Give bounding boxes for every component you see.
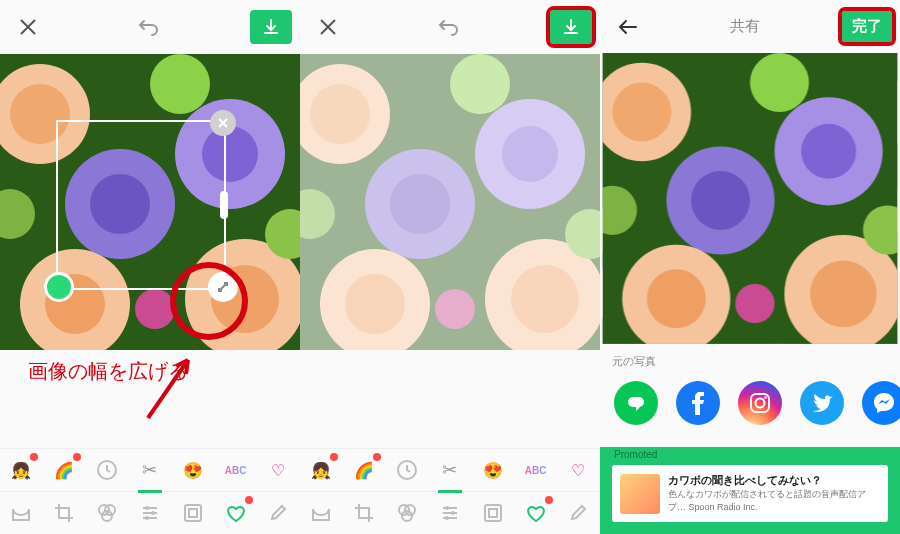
- sticker-crown[interactable]: 👧: [6, 455, 36, 485]
- crop-side-handle[interactable]: [220, 191, 228, 219]
- sticker-toolbar: 👧 🌈 ✂ 😍 ABC ♡: [300, 448, 600, 491]
- sticker-text[interactable]: ABC: [521, 455, 551, 485]
- sticker-rainbow[interactable]: 🌈: [49, 455, 79, 485]
- bottom-toolbar: [0, 491, 300, 534]
- canvas: [0, 54, 300, 350]
- text-icon: ABC: [525, 465, 547, 476]
- sticker-scissors[interactable]: ✂: [135, 455, 165, 485]
- processing-overlay: [300, 54, 600, 350]
- sliders-icon: [140, 503, 160, 523]
- ad-thumbnail: [620, 474, 660, 514]
- back-button[interactable]: [608, 7, 648, 47]
- close-icon: [19, 18, 37, 36]
- rainbow-icon: 🌈: [54, 461, 74, 480]
- crop-icon: [354, 503, 374, 523]
- section-label: 元の写真: [600, 344, 900, 375]
- ad-subtitle: 色んなカワボが配信されてると話題の音声配信アプ… Spoon Radio Inc…: [668, 488, 880, 514]
- download-icon: [262, 18, 280, 36]
- svg-point-31: [451, 511, 455, 515]
- sticker-heart[interactable]: ♡: [263, 455, 293, 485]
- tool-filter[interactable]: [392, 498, 422, 528]
- svg-rect-33: [485, 505, 501, 521]
- sticker-toolbar: 👧 🌈 ✂ 😍 ABC ♡: [0, 448, 300, 491]
- svg-point-38: [756, 399, 765, 408]
- venn-icon: [96, 502, 118, 524]
- sticker-emoji[interactable]: 😍: [478, 455, 508, 485]
- rainbow-icon: 🌈: [354, 461, 374, 480]
- tool-crop[interactable]: [49, 498, 79, 528]
- close-button[interactable]: [308, 7, 348, 47]
- camera-icon: [310, 502, 332, 524]
- share-messenger[interactable]: [862, 381, 900, 425]
- download-button[interactable]: [550, 10, 592, 44]
- crop-color-handle[interactable]: [44, 272, 74, 302]
- share-title: 共有: [730, 17, 760, 36]
- tool-crop[interactable]: [349, 498, 379, 528]
- clock-icon: [96, 459, 118, 481]
- svg-point-29: [402, 511, 412, 521]
- sticker-clock[interactable]: [392, 455, 422, 485]
- tool-sticker[interactable]: [521, 498, 551, 528]
- back-icon: [618, 19, 638, 35]
- svg-rect-34: [489, 509, 497, 517]
- sticker-heart[interactable]: ♡: [563, 455, 593, 485]
- share-instagram[interactable]: [738, 381, 782, 425]
- sticker-clock[interactable]: [92, 455, 122, 485]
- close-icon: [319, 18, 337, 36]
- tool-frame[interactable]: [478, 498, 508, 528]
- share-line[interactable]: [614, 381, 658, 425]
- ad-card[interactable]: カワボの聞き比べしてみない？ 色んなカワボが配信されてると話題の音声配信アプ… …: [612, 465, 888, 522]
- photo: [600, 53, 900, 344]
- canvas: [600, 53, 900, 344]
- crop-resize-handle[interactable]: [208, 272, 238, 302]
- tool-brush[interactable]: [263, 498, 293, 528]
- promo-label: Promoted: [614, 449, 657, 460]
- tool-adjust[interactable]: [435, 498, 465, 528]
- tool-filter[interactable]: [92, 498, 122, 528]
- sticker-crown[interactable]: 👧: [306, 455, 336, 485]
- svg-point-19: [102, 511, 112, 521]
- close-button[interactable]: [8, 7, 48, 47]
- tool-sticker[interactable]: [221, 498, 251, 528]
- crop-overlay[interactable]: [56, 120, 226, 290]
- svg-point-20: [145, 506, 149, 510]
- sticker-text[interactable]: ABC: [221, 455, 251, 485]
- text-icon: ABC: [225, 465, 247, 476]
- share-twitter[interactable]: [800, 381, 844, 425]
- tool-camera[interactable]: [306, 498, 336, 528]
- share-row: [600, 375, 900, 447]
- share-facebook[interactable]: [676, 381, 720, 425]
- undo-button[interactable]: [429, 7, 469, 47]
- brush-icon: [568, 503, 588, 523]
- tool-adjust[interactable]: [135, 498, 165, 528]
- svg-point-39: [764, 396, 767, 399]
- crop-remove-handle[interactable]: [210, 110, 236, 136]
- heart-badge-icon: ♡: [271, 461, 285, 480]
- topbar: 共有 完了: [600, 0, 900, 53]
- brush-icon: [268, 503, 288, 523]
- canvas: [300, 54, 600, 350]
- scissors-icon: ✂: [142, 459, 157, 481]
- sliders-icon: [440, 503, 460, 523]
- sticker-rainbow[interactable]: 🌈: [349, 455, 379, 485]
- ad-title: カワボの聞き比べしてみない？: [668, 473, 880, 488]
- clock-icon: [396, 459, 418, 481]
- crop-icon: [54, 503, 74, 523]
- share-panel: 共有 完了 元の写真 Promoted カワボの聞き比べしてみない？ 色んなカワ…: [600, 0, 900, 534]
- done-button[interactable]: 完了: [842, 11, 892, 42]
- svg-point-30: [445, 506, 449, 510]
- editor-panel-1: 画像の幅を広げる 👧 🌈 ✂ 😍 ABC ♡: [0, 0, 300, 534]
- undo-button[interactable]: [129, 7, 169, 47]
- sticker-scissors[interactable]: ✂: [435, 455, 465, 485]
- svg-rect-36: [628, 397, 644, 407]
- messenger-icon: [873, 392, 895, 414]
- svg-point-21: [151, 511, 155, 515]
- promo-banner: Promoted カワボの聞き比べしてみない？ 色んなカワボが配信されてると話題…: [600, 447, 900, 534]
- svg-point-22: [145, 516, 149, 520]
- svg-point-32: [445, 516, 449, 520]
- tool-brush[interactable]: [563, 498, 593, 528]
- sticker-emoji[interactable]: 😍: [178, 455, 208, 485]
- tool-camera[interactable]: [6, 498, 36, 528]
- download-button[interactable]: [250, 10, 292, 44]
- tool-frame[interactable]: [178, 498, 208, 528]
